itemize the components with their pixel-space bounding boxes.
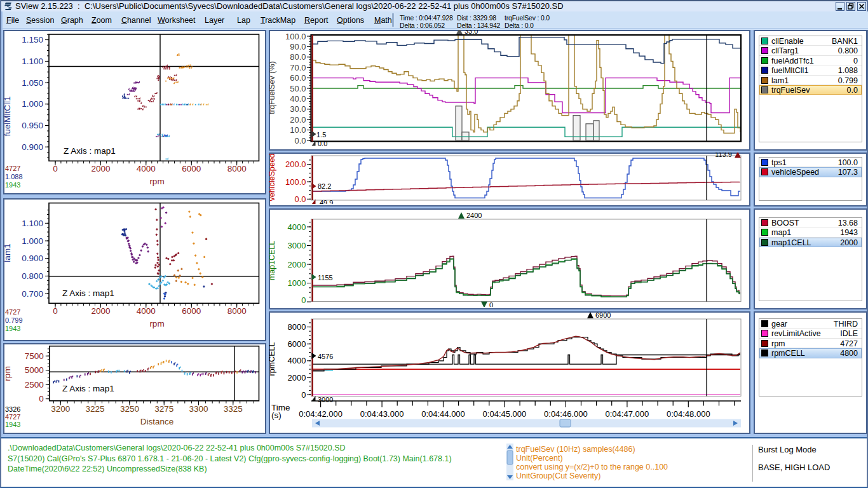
- svg-text:8000: 8000: [227, 164, 247, 173]
- svg-text:0.0: 0.0: [294, 194, 306, 204]
- svg-text:3275: 3275: [154, 404, 173, 414]
- svg-text:0: 0: [301, 390, 306, 400]
- svg-text:5000: 5000: [25, 365, 44, 375]
- svg-text:7500: 7500: [25, 351, 44, 361]
- svg-text:1000: 1000: [288, 278, 306, 288]
- svg-text:Z Axis : map1: Z Axis : map1: [62, 384, 114, 393]
- svg-text:1155: 1155: [318, 274, 333, 281]
- svg-text:4000: 4000: [288, 222, 306, 232]
- svg-text:1943: 1943: [5, 421, 20, 428]
- svg-text:map1CELL: map1CELL: [269, 241, 276, 281]
- svg-text:49.9: 49.9: [320, 199, 333, 205]
- svg-text:70.0: 70.0: [290, 63, 306, 72]
- svg-text:0.900: 0.900: [22, 142, 43, 152]
- svg-text:200.0: 200.0: [285, 159, 306, 169]
- svg-text:1.100: 1.100: [22, 219, 43, 228]
- svg-text:2000: 2000: [91, 306, 110, 316]
- svg-text:4727: 4727: [5, 308, 20, 316]
- svg-text:6000: 6000: [182, 306, 201, 316]
- svg-text:Z Axis : map1: Z Axis : map1: [64, 146, 116, 156]
- svg-text:0.800: 0.800: [22, 271, 43, 281]
- svg-text:1.050: 1.050: [22, 78, 43, 88]
- svg-text:20.0: 20.0: [290, 115, 306, 125]
- svg-text:lam1: lam1: [3, 243, 12, 262]
- svg-text:90.0: 90.0: [290, 42, 306, 51]
- svg-text:2000: 2000: [91, 164, 110, 173]
- svg-text:1.100: 1.100: [22, 57, 43, 66]
- svg-text:8000: 8000: [227, 306, 247, 316]
- svg-text:4576: 4576: [318, 353, 333, 360]
- svg-text:0.900: 0.900: [22, 254, 43, 263]
- svg-text:1.5: 1.5: [316, 131, 326, 139]
- svg-text:4000: 4000: [137, 164, 156, 173]
- svg-text:rpm: rpm: [149, 319, 164, 329]
- svg-text:4727: 4727: [5, 413, 20, 421]
- svg-text:3200: 3200: [51, 404, 70, 414]
- svg-text:60.0: 60.0: [290, 73, 306, 83]
- svg-text:80.0: 80.0: [290, 52, 306, 62]
- svg-text:0.799: 0.799: [5, 316, 23, 324]
- svg-text:0:04:48.000: 0:04:48.000: [667, 409, 710, 419]
- svg-text:100.0: 100.0: [285, 177, 306, 187]
- svg-text:0:04:46.000: 0:04:46.000: [544, 409, 588, 419]
- svg-text:3325: 3325: [224, 404, 243, 414]
- svg-text:vehicleSpeed: vehicleSpeed: [269, 153, 276, 201]
- svg-text:(s): (s): [271, 410, 281, 420]
- svg-text:0:04:47.000: 0:04:47.000: [606, 409, 649, 419]
- svg-text:4000: 4000: [288, 356, 306, 365]
- svg-text:3326: 3326: [5, 405, 20, 413]
- svg-text:0: 0: [489, 301, 493, 307]
- svg-text:0:04:45.000: 0:04:45.000: [483, 409, 527, 419]
- svg-text:113.9: 113.9: [715, 152, 732, 158]
- svg-text:33.0: 33.0: [465, 30, 478, 35]
- svg-text:2400: 2400: [466, 212, 482, 219]
- svg-text:10.0: 10.0: [290, 125, 306, 135]
- svg-text:0: 0: [53, 164, 58, 173]
- svg-text:2000: 2000: [288, 260, 306, 269]
- svg-text:3000: 3000: [288, 241, 306, 250]
- svg-text:0.0: 0.0: [318, 140, 327, 147]
- svg-text:0:04:42.000: 0:04:42.000: [299, 409, 342, 419]
- svg-text:rpm: rpm: [149, 177, 164, 186]
- svg-text:100.0: 100.0: [285, 32, 306, 41]
- svg-text:1943: 1943: [5, 181, 20, 189]
- svg-text:3000: 3000: [318, 396, 333, 403]
- svg-text:2500: 2500: [25, 380, 44, 390]
- svg-text:4727: 4727: [5, 165, 20, 172]
- svg-text:30.0: 30.0: [290, 104, 306, 114]
- svg-text:trqFuelSev (%): trqFuelSev (%): [269, 61, 276, 114]
- svg-text:3225: 3225: [86, 404, 105, 414]
- svg-text:1.150: 1.150: [22, 35, 43, 44]
- svg-text:Distance: Distance: [140, 417, 174, 426]
- svg-text:rpmCELL: rpmCELL: [269, 342, 276, 376]
- svg-text:6000: 6000: [288, 339, 306, 349]
- svg-text:3250: 3250: [120, 404, 139, 414]
- svg-text:1.000: 1.000: [22, 99, 43, 109]
- svg-text:0.700: 0.700: [22, 289, 43, 299]
- svg-text:1.000: 1.000: [22, 236, 43, 246]
- svg-text:2000: 2000: [288, 373, 306, 383]
- svg-text:8000: 8000: [288, 322, 306, 332]
- svg-text:3300: 3300: [189, 404, 208, 414]
- svg-text:40.0: 40.0: [290, 94, 306, 104]
- svg-text:0: 0: [53, 306, 58, 316]
- svg-text:82.2: 82.2: [318, 182, 331, 190]
- svg-text:fuelMltCll1: fuelMltCll1: [3, 96, 12, 136]
- svg-text:6900: 6900: [595, 311, 611, 319]
- svg-text:4000: 4000: [137, 306, 156, 316]
- svg-text:0: 0: [39, 394, 44, 403]
- svg-text:50.0: 50.0: [290, 84, 306, 93]
- svg-text:6000: 6000: [182, 164, 201, 173]
- svg-text:1943: 1943: [5, 325, 20, 332]
- svg-text:0:04:43.000: 0:04:43.000: [360, 409, 404, 419]
- svg-text:0: 0: [301, 295, 306, 305]
- svg-text:1.088: 1.088: [5, 173, 23, 180]
- svg-text:rpm: rpm: [3, 366, 12, 381]
- svg-text:0:04:44.000: 0:04:44.000: [421, 409, 465, 419]
- svg-text:0.0: 0.0: [294, 136, 306, 146]
- svg-text:0.950: 0.950: [22, 121, 43, 130]
- svg-text:Z Axis : map1: Z Axis : map1: [62, 288, 114, 298]
